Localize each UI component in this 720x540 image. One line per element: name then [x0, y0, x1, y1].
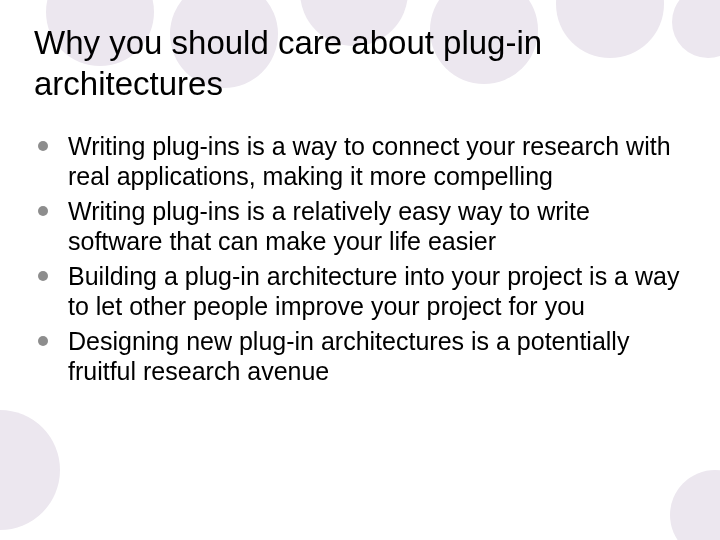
- list-item: Designing new plug-in architectures is a…: [34, 326, 686, 387]
- bullet-icon: [38, 336, 48, 346]
- list-item: Writing plug-ins is a way to connect you…: [34, 131, 686, 192]
- slide-title: Why you should care about plug-in archit…: [34, 22, 686, 105]
- bullet-icon: [38, 271, 48, 281]
- list-item: Writing plug-ins is a relatively easy wa…: [34, 196, 686, 257]
- list-item-text: Writing plug-ins is a way to connect you…: [68, 132, 671, 191]
- list-item: Building a plug-in architecture into you…: [34, 261, 686, 322]
- bullet-list: Writing plug-ins is a way to connect you…: [34, 131, 686, 387]
- bullet-icon: [38, 141, 48, 151]
- bullet-icon: [38, 206, 48, 216]
- slide: Why you should care about plug-in archit…: [0, 0, 720, 540]
- list-item-text: Designing new plug-in architectures is a…: [68, 327, 629, 386]
- list-item-text: Writing plug-ins is a relatively easy wa…: [68, 197, 590, 256]
- list-item-text: Building a plug-in architecture into you…: [68, 262, 679, 321]
